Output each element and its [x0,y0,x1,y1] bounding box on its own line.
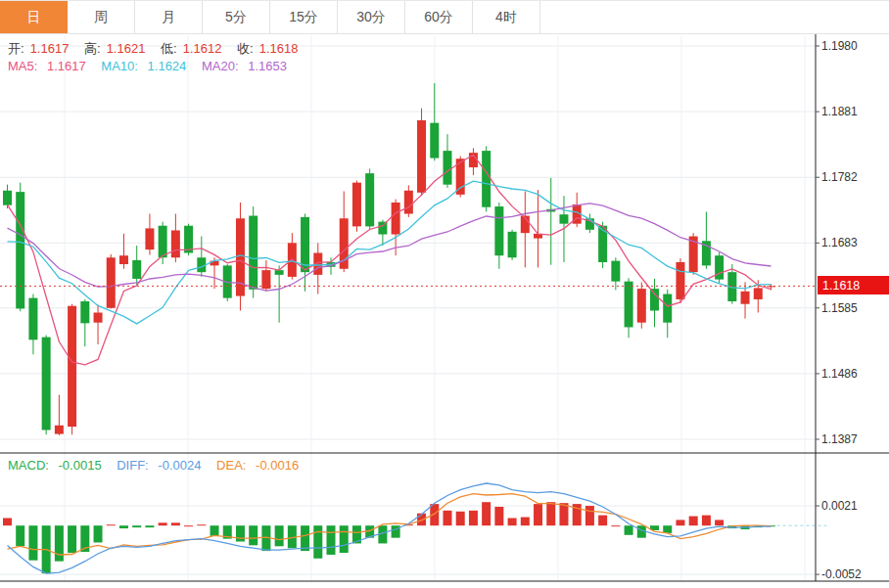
macd-hist-bar [197,524,206,525]
macd-hist-bar [611,525,620,526]
macd-hist-bar [340,525,349,553]
candle-body [494,206,503,255]
price-axis-label: 1.1585 [821,301,858,315]
macd-hist-bar [559,503,568,525]
candle-body [392,203,400,235]
tab-period-0[interactable]: 日 [0,1,68,33]
candle-body [3,191,12,205]
ma5-readout: MA5: 1.1617 [8,59,92,73]
macd-hist-bar [689,517,698,526]
macd-hist-bar [159,522,167,525]
candle-body [145,228,154,249]
macd-hist-bar [585,506,594,525]
candle-body [275,270,284,275]
candle-body [625,282,633,328]
candle-body [637,289,646,323]
macd-hist-bar [236,525,245,541]
tab-period-2[interactable]: 月 [135,1,203,33]
period-tab-bar: 日周月5分15分30分60分4时 [0,0,889,34]
candle-body [650,289,659,310]
candle-body [42,338,51,430]
macd-hist-bar [494,507,503,525]
open-label: 开:1.1617 [8,41,74,56]
macd-hist-bar [469,511,478,525]
candle-body [249,216,257,290]
macd-hist-bar [94,525,103,542]
tab-period-6[interactable]: 60分 [405,1,473,33]
macd-hist-bar [211,525,219,536]
diff-value-readout: DIFF: -0.0024 [117,458,207,473]
macd-hist-bar [702,516,711,526]
chart-canvas[interactable] [0,0,889,588]
macd-hist-bar [676,520,684,525]
candle-body [741,292,750,304]
candle-body [55,426,64,434]
tab-period-5[interactable]: 30分 [338,1,405,33]
macd-hist-bar [55,525,64,561]
dea-value-readout: DEA: -0.0016 [216,458,304,473]
macd-hist-bar [625,525,633,535]
macd-hist-bar [249,525,257,545]
candle-body [28,298,37,340]
macd-hist-bar [275,525,284,546]
macd-hist-bar [301,525,309,551]
ma10-readout: MA10: 1.1624 [101,59,192,73]
price-axis-label: 1.1683 [821,236,858,249]
price-axis-label: 1.1486 [821,367,858,381]
candle-body [16,192,24,308]
macd-hist-bar [107,524,116,525]
dea-line [8,494,772,555]
candle-body [80,301,89,323]
candle-body [715,255,724,279]
ma20-line [8,204,772,291]
tab-period-1[interactable]: 周 [68,1,135,33]
macd-hist-bar [68,525,76,553]
macd-hist-bar [3,519,12,526]
candle-body [132,260,141,279]
macd-axis-label: 0.0021 [821,499,858,513]
candle-body [430,123,439,158]
candle-body [443,151,451,185]
price-axis-label: 1.1782 [821,170,858,184]
candle-body [611,261,620,282]
tab-period-7[interactable]: 4时 [473,1,540,33]
candle-body [119,255,128,264]
candle-body [598,226,607,262]
macd-hist-bar [534,504,542,525]
macd-hist-bar [663,525,672,533]
high-label: 高:1.1621 [84,41,151,56]
candle-body [508,232,517,257]
macd-hist-bar [443,511,451,525]
close-value: 1.1618 [259,41,299,56]
macd-hist-bar [171,522,180,525]
ma-readout: MA5: 1.1617 MA10: 1.1624 MA20: 1.1653 [8,59,299,73]
tab-period-4[interactable]: 15分 [270,1,338,33]
candle-body [559,214,568,223]
macd-hist-bar [145,525,154,527]
candle-body [94,313,103,323]
macd-readout: MACD: -0.0015 DIFF: -0.0024 DEA: -0.0016 [8,458,310,473]
candle-body [365,173,374,226]
current-price-tag: 1.1618 [818,276,889,294]
tab-period-3[interactable]: 5分 [203,1,270,33]
macd-hist-bar [184,525,193,526]
candle-body [378,222,387,235]
candle-body [107,257,116,308]
macd-axis-label: -0.0052 [821,567,862,581]
candle-body [482,151,491,207]
ohlc-readout: 开:1.1617 高:1.1621 低:1.1612 收:1.1618 [8,40,309,58]
price-axis-label: 1.1387 [821,432,858,446]
macd-hist-bar [119,525,128,528]
candle-body [404,191,413,214]
macd-hist-bar [508,519,517,526]
macd-value-readout: MACD: -0.0015 [8,458,108,473]
macd-hist-bar [28,525,37,561]
macd-hist-bar [715,520,724,525]
candle-body [663,294,672,323]
candle-body [159,226,167,258]
macd-hist-bar [456,512,465,525]
candle-body [417,120,426,193]
macd-hist-bar [327,525,336,555]
high-value: 1.1621 [107,41,146,56]
macd-hist-bar [546,502,555,525]
